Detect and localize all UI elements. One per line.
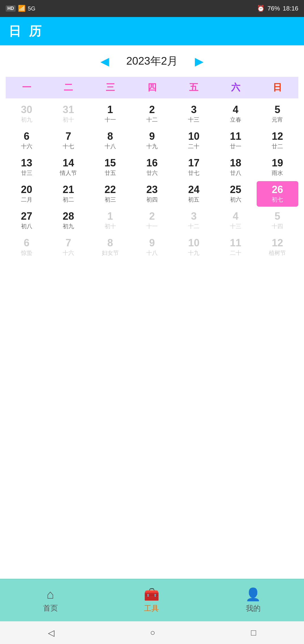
- day-cell[interactable]: 24初五: [173, 181, 215, 207]
- day-cell[interactable]: 9十八: [131, 234, 173, 260]
- day-cell[interactable]: 3十三: [173, 101, 215, 127]
- day-cell[interactable]: 10十九: [173, 234, 215, 260]
- day-lunar: 廿七: [188, 169, 199, 177]
- app-header: 日 历: [0, 17, 304, 45]
- day-cell[interactable]: 5元宵: [257, 101, 298, 127]
- system-nav: ◁ ○ □: [0, 621, 304, 644]
- day-number: 7: [66, 237, 71, 249]
- prev-month-button[interactable]: ◀: [100, 55, 109, 68]
- day-lunar: 情人节: [60, 169, 77, 177]
- day-cell[interactable]: 8妇女节: [89, 234, 131, 260]
- day-number: 3: [191, 211, 197, 222]
- day-lunar: 廿一: [230, 143, 241, 150]
- day-number: 31: [63, 104, 74, 115]
- day-lunar: 初七: [272, 196, 283, 204]
- weekday-wed: 三: [89, 81, 131, 94]
- tools-label: 工具: [144, 603, 159, 613]
- day-number: 27: [21, 211, 32, 222]
- day-cell[interactable]: 11二十: [215, 234, 256, 260]
- day-lunar: 十四: [272, 223, 283, 230]
- day-number: 12: [272, 131, 283, 142]
- day-cell[interactable]: 30初九: [6, 101, 47, 127]
- weekday-thu: 四: [131, 81, 173, 94]
- day-cell[interactable]: 10二十: [173, 128, 215, 153]
- day-cell[interactable]: 13廿三: [6, 154, 47, 180]
- day-cell[interactable]: 7十六: [47, 234, 89, 260]
- day-lunar: 十九: [188, 249, 199, 257]
- day-number: 14: [63, 157, 74, 169]
- day-cell[interactable]: 16廿六: [131, 154, 173, 180]
- alarm-icon: ⏰: [257, 5, 265, 12]
- day-number: 5: [275, 104, 280, 115]
- tools-icon: 🧰: [144, 587, 159, 602]
- back-button[interactable]: ◁: [48, 628, 54, 638]
- day-number: 13: [21, 157, 32, 169]
- day-cell[interactable]: 20二月: [6, 181, 47, 207]
- day-lunar: 初九: [63, 223, 74, 230]
- day-cell[interactable]: 25初六: [215, 181, 256, 207]
- day-cell[interactable]: 27初八: [6, 208, 47, 233]
- day-cell[interactable]: 31初十: [47, 101, 89, 127]
- day-number: 26: [272, 184, 283, 195]
- day-lunar: 初四: [146, 196, 158, 204]
- home-button[interactable]: ○: [150, 628, 155, 637]
- day-lunar: 元宵: [272, 116, 283, 124]
- day-cell[interactable]: 22初三: [89, 181, 131, 207]
- day-number: 10: [188, 237, 199, 249]
- month-title: 2023年2月: [126, 54, 178, 68]
- day-cell[interactable]: 18廿八: [215, 154, 256, 180]
- weekday-sat: 六: [215, 81, 256, 94]
- day-number: 30: [21, 104, 32, 115]
- day-cell[interactable]: 23初四: [131, 181, 173, 207]
- day-cell[interactable]: 21初二: [47, 181, 89, 207]
- day-cell[interactable]: 1初十: [89, 208, 131, 233]
- day-number: 24: [188, 184, 199, 195]
- day-cell[interactable]: 8十八: [89, 128, 131, 153]
- day-cell[interactable]: 28初九: [47, 208, 89, 233]
- day-number: 11: [230, 131, 241, 142]
- day-cell[interactable]: 7十七: [47, 128, 89, 153]
- day-lunar: 初八: [21, 223, 32, 230]
- status-right: ⏰ 76% 18:16: [257, 5, 298, 12]
- day-lunar: 植树节: [269, 249, 286, 257]
- day-lunar: 廿六: [146, 169, 158, 177]
- day-number: 17: [188, 157, 199, 169]
- day-lunar: 二十: [230, 249, 241, 257]
- day-cell[interactable]: 11廿一: [215, 128, 256, 153]
- day-cell[interactable]: 26初七: [257, 181, 298, 207]
- day-lunar: 十八: [105, 143, 116, 150]
- battery-level: 76%: [267, 5, 280, 12]
- day-cell[interactable]: 1十一: [89, 101, 131, 127]
- day-number: 9: [149, 237, 155, 249]
- day-lunar: 初二: [63, 196, 74, 204]
- day-cell[interactable]: 2十二: [131, 101, 173, 127]
- day-lunar: 十九: [146, 143, 158, 150]
- day-number: 22: [105, 184, 116, 195]
- day-cell[interactable]: 6惊蛰: [6, 234, 47, 260]
- day-cell[interactable]: 2十一: [131, 208, 173, 233]
- day-cell[interactable]: 4十三: [215, 208, 256, 233]
- nav-tools[interactable]: 🧰 工具: [144, 587, 159, 613]
- nav-home[interactable]: ⌂ 首页: [43, 587, 58, 613]
- signal-icon: 📶: [18, 5, 26, 12]
- day-cell[interactable]: 14情人节: [47, 154, 89, 180]
- day-lunar: 初五: [188, 196, 199, 204]
- day-lunar: 十七: [63, 143, 74, 150]
- day-cell[interactable]: 6十六: [6, 128, 47, 153]
- day-lunar: 惊蛰: [21, 249, 32, 257]
- day-cell[interactable]: 9十九: [131, 128, 173, 153]
- day-cell[interactable]: 12廿二: [257, 128, 298, 153]
- day-cell[interactable]: 3十二: [173, 208, 215, 233]
- day-cell[interactable]: 15廿五: [89, 154, 131, 180]
- day-cell[interactable]: 17廿七: [173, 154, 215, 180]
- day-cell[interactable]: 4立春: [215, 101, 256, 127]
- next-month-button[interactable]: ▶: [195, 55, 204, 68]
- day-cell[interactable]: 12植树节: [257, 234, 298, 260]
- day-number: 23: [146, 184, 158, 195]
- recent-button[interactable]: □: [251, 628, 256, 637]
- day-lunar: 二十: [188, 143, 199, 150]
- day-cell[interactable]: 5十四: [257, 208, 298, 233]
- day-lunar: 十六: [63, 249, 74, 257]
- nav-mine[interactable]: 👤 我的: [245, 587, 261, 613]
- day-cell[interactable]: 19雨水: [257, 154, 298, 180]
